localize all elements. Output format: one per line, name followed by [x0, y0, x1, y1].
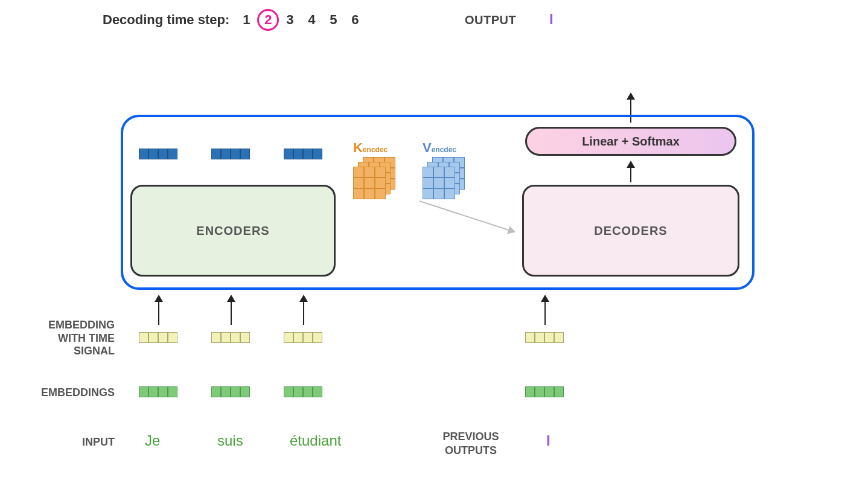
embedding-vector [284, 386, 322, 397]
decoding-step-label: Decoding time step: [103, 12, 229, 28]
arrow-embedding-to-encoder [303, 296, 304, 325]
input-word: étudiant [290, 432, 341, 449]
embedding-time-signal-label: EMBEDDINGWITH TIMESIGNAL [12, 319, 115, 358]
embedding-time-vector [139, 332, 177, 343]
linear-softmax-label: Linear + Softmax [582, 135, 680, 149]
input-label: INPUT [12, 436, 115, 449]
decoder-embedding-vector [525, 386, 564, 397]
embedding-vector [211, 386, 250, 397]
linear-softmax-block: Linear + Softmax [525, 127, 736, 156]
decoding-step-5: 5 [327, 12, 339, 28]
arrow-embedding-to-encoder [231, 296, 232, 325]
input-word: suis [217, 432, 243, 449]
decoding-step-1: 1 [240, 12, 252, 28]
decoding-step-3: 3 [284, 12, 296, 28]
input-word: Je [145, 432, 160, 449]
decoding-step-2: 2 [262, 12, 274, 28]
decoder-embedding-time-vector [525, 332, 564, 343]
encoder-output-vector [139, 149, 177, 159]
embeddings-label: EMBEDDINGS [12, 386, 115, 400]
output-token: I [549, 11, 554, 28]
decoders-label: DECODERS [594, 224, 667, 238]
arrow-embedding-to-decoder [544, 296, 546, 325]
decoding-step-row: Decoding time step: 123456 [103, 12, 361, 28]
encoder-output-vector [284, 149, 322, 159]
previous-outputs-token: I [546, 432, 550, 449]
encoders-label: ENCODERS [196, 224, 269, 238]
arrow-decoder-to-linear [630, 162, 631, 182]
embedding-vector [139, 386, 177, 397]
encoders-block: ENCODERS [130, 185, 336, 277]
encoder-output-vector [211, 149, 250, 159]
decoding-step-4: 4 [305, 12, 318, 28]
embedding-time-vector [211, 332, 250, 343]
v-encdec-stack: Vencdec [423, 157, 471, 205]
k-encdec-label: Kencdec [353, 140, 388, 156]
k-encdec-stack: Kencdec [353, 157, 401, 205]
embedding-time-vector [284, 332, 322, 343]
previous-outputs-label: PREVIOUSOUTPUTS [435, 430, 507, 458]
decoding-step-6: 6 [349, 12, 361, 28]
decoding-steps: 123456 [240, 12, 361, 28]
v-encdec-label: Vencdec [423, 140, 456, 156]
decoders-block: DECODERS [522, 185, 739, 277]
arrow-embedding-to-encoder [158, 296, 159, 325]
output-label: OUTPUT [465, 13, 516, 27]
diagram-canvas: Decoding time step: 123456 OUTPUT I Line… [0, 0, 868, 477]
